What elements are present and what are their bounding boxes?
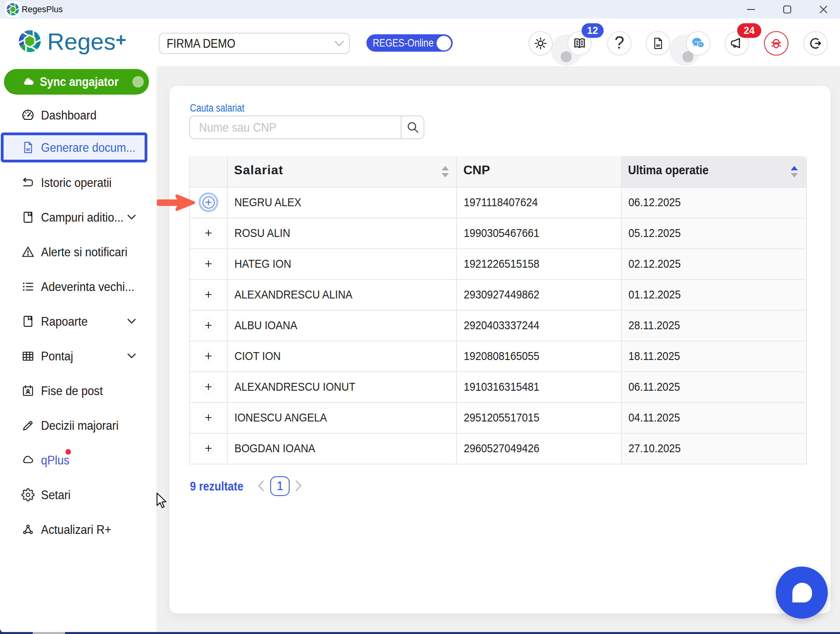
svg-text:w: w xyxy=(26,146,30,152)
svg-text:w: w xyxy=(656,42,660,48)
